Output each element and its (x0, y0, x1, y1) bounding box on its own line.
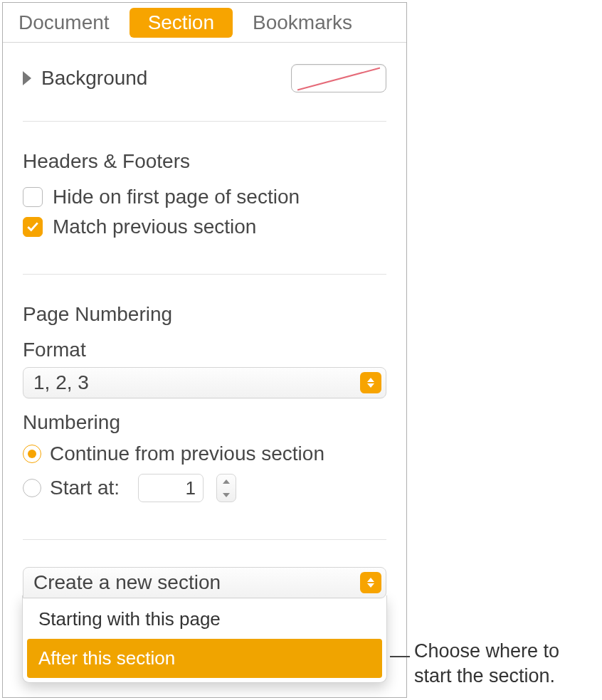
tab-section[interactable]: Section (130, 8, 233, 38)
callout-leader (390, 656, 410, 657)
start-at-stepper[interactable] (216, 474, 236, 502)
match-previous-checkbox[interactable] (23, 217, 43, 237)
menu-item-starting-with-this-page[interactable]: Starting with this page (27, 600, 382, 639)
background-row: Background (23, 43, 386, 122)
menu-item-after-this-section[interactable]: After this section (27, 639, 382, 678)
continue-radio[interactable] (23, 445, 41, 463)
tab-bookmarks[interactable]: Bookmarks (237, 3, 368, 43)
hide-first-page-label: Hide on first page of section (53, 186, 300, 208)
create-section-label: Create a new section (33, 571, 221, 594)
stepper-up-icon[interactable] (217, 474, 236, 488)
inspector-panel: Document Section Bookmarks Background He… (2, 2, 407, 698)
match-previous-row: Match previous section (23, 216, 386, 238)
stepper-down-icon[interactable] (217, 488, 236, 502)
create-section-popup: Create a new section Starting with this … (23, 567, 386, 598)
chevron-right-icon[interactable] (23, 71, 31, 85)
background-label: Background (41, 67, 147, 90)
headers-footers-title: Headers & Footers (23, 150, 386, 173)
format-value: 1, 2, 3 (33, 371, 89, 394)
match-previous-label: Match previous section (53, 216, 256, 238)
headers-footers-section: Headers & Footers Hide on first page of … (23, 122, 386, 275)
hide-first-page-row: Hide on first page of section (23, 186, 386, 208)
start-at-radio[interactable] (23, 479, 41, 497)
hide-first-page-checkbox[interactable] (23, 187, 43, 207)
page-numbering-section: Page Numbering Format 1, 2, 3 Numbering … (23, 275, 386, 540)
numbering-label: Numbering (23, 411, 386, 434)
continue-from-previous-row: Continue from previous section (23, 442, 386, 465)
background-color-well[interactable] (291, 64, 386, 92)
callout-text: Choose where to start the section. (414, 639, 599, 688)
continue-label: Continue from previous section (50, 442, 324, 465)
start-at-row: Start at: 1 (23, 474, 386, 502)
tab-document[interactable]: Document (3, 3, 125, 43)
page-numbering-title: Page Numbering (23, 303, 386, 326)
select-caret-icon (360, 572, 381, 593)
create-section-menu: Starting with this page After this secti… (22, 595, 387, 683)
format-label: Format (23, 339, 386, 361)
create-section-select[interactable]: Create a new section (23, 567, 386, 598)
format-select[interactable]: 1, 2, 3 (23, 367, 386, 398)
start-at-label: Start at: (50, 477, 120, 499)
tab-bar: Document Section Bookmarks (3, 3, 406, 43)
select-caret-icon (360, 372, 381, 393)
start-at-input[interactable]: 1 (138, 474, 204, 502)
